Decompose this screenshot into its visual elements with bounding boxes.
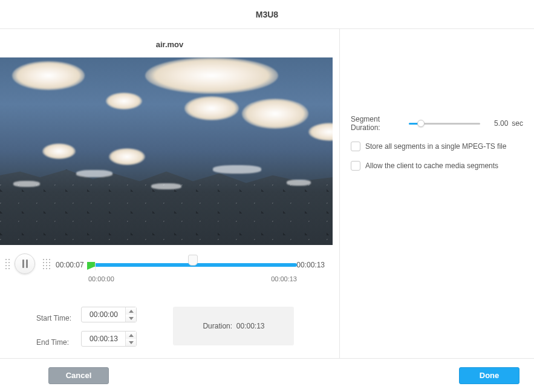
allow-cache-checkbox[interactable]	[351, 161, 360, 171]
footer: Cancel Done	[0, 358, 534, 392]
segment-duration-row: Segment Duration: 5.00 sec	[351, 115, 523, 132]
end-time-up[interactable]	[126, 332, 136, 339]
chevron-down-icon	[129, 341, 134, 344]
tick-end: 00:00:13	[271, 275, 297, 283]
chevron-up-icon	[129, 334, 134, 337]
timeline-playhead[interactable]	[188, 255, 198, 266]
start-time-input[interactable]	[82, 307, 125, 322]
drag-grip-icon[interactable]	[5, 258, 11, 270]
store-single-checkbox[interactable]	[351, 142, 360, 151]
svg-marker-0	[87, 262, 95, 270]
end-time-input[interactable]	[82, 332, 125, 346]
store-single-label: Store all segments in a single MPEG-TS f…	[365, 142, 506, 151]
video-filename: air.mov	[0, 29, 339, 57]
tick-start: 00:00:00	[88, 275, 114, 283]
chevron-down-icon	[129, 317, 134, 320]
duration-value: 00:00:13	[236, 322, 265, 330]
svg-marker-3	[129, 317, 134, 320]
segment-duration-slider[interactable]	[409, 119, 480, 128]
segment-duration-unit: sec	[512, 119, 523, 128]
start-time-stepper[interactable]	[81, 307, 137, 322]
timeline-total-time: 00:00:13	[296, 261, 325, 269]
right-panel: Segment Duration: 5.00 sec Store all seg…	[340, 29, 534, 358]
slider-knob-icon[interactable]	[417, 120, 425, 127]
start-time-down[interactable]	[126, 315, 136, 322]
pause-button[interactable]	[15, 253, 35, 274]
segment-duration-label: Segment Duration:	[351, 115, 404, 132]
pause-icon	[22, 260, 28, 268]
start-time-up[interactable]	[126, 307, 136, 315]
svg-marker-2	[129, 310, 134, 313]
svg-marker-4	[129, 334, 134, 337]
header: M3U8	[0, 0, 534, 29]
store-single-row[interactable]: Store all segments in a single MPEG-TS f…	[351, 142, 523, 151]
timeline: 00:00:07 00:00:13 00:00:00 00:00:13	[0, 253, 339, 290]
end-time-stepper[interactable]	[81, 331, 137, 347]
start-time-label: Start Time:	[36, 314, 79, 322]
page-title: M3U8	[256, 10, 278, 19]
video-preview[interactable]	[0, 57, 333, 245]
timeline-ticks: 00:00:00 00:00:13	[88, 275, 297, 283]
timeline-track[interactable]	[88, 263, 297, 267]
segment-duration-value: 5.00	[484, 119, 508, 128]
end-time-down[interactable]	[126, 339, 136, 346]
range-end-handle[interactable]	[276, 262, 298, 270]
drag-grip-icon[interactable]	[42, 258, 51, 270]
range-start-handle[interactable]	[87, 262, 96, 270]
left-panel: air.mov 00:00:07 00:00:13	[0, 29, 340, 358]
duration-box: Duration: 00:00:13	[173, 307, 294, 345]
chevron-up-icon	[129, 310, 134, 313]
done-button[interactable]: Done	[459, 367, 519, 384]
end-time-label: End Time:	[36, 338, 79, 347]
allow-cache-label: Allow the client to cache media segments	[365, 162, 498, 170]
duration-label: Duration:	[203, 322, 232, 330]
svg-marker-5	[129, 341, 134, 344]
allow-cache-row[interactable]: Allow the client to cache media segments	[351, 161, 523, 171]
timeline-current-time: 00:00:07	[56, 261, 84, 269]
content: air.mov 00:00:07 00:00:13	[0, 29, 534, 358]
time-fields: Start Time: End Time:	[0, 290, 339, 355]
cancel-button[interactable]: Cancel	[48, 367, 109, 384]
